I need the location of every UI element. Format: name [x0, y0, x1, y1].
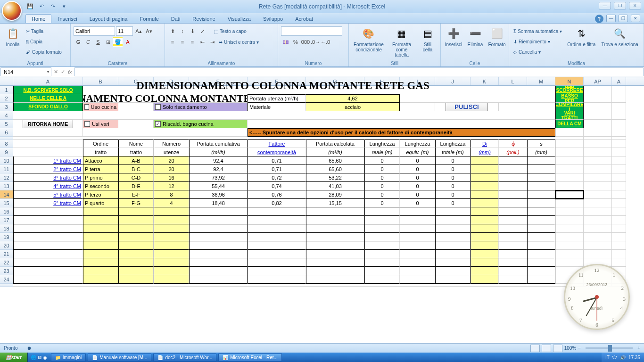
- quicklaunch-desktop-icon[interactable]: 🖥: [37, 355, 42, 360]
- spreadsheet-grid[interactable]: ABCDEFGHIJKLMNAPA 1N.B. SCRIVERE SOLON.B…: [0, 77, 644, 343]
- view-normal-button[interactable]: [530, 345, 540, 352]
- row-header[interactable]: 18: [0, 224, 13, 233]
- shrink-font-icon[interactable]: A▾: [144, 26, 154, 36]
- delete-cells-button[interactable]: ➖Elimina: [465, 25, 485, 48]
- link-tratto[interactable]: 3° tratto CM: [13, 173, 83, 182]
- view-pagebreak-button[interactable]: [553, 345, 562, 352]
- cut-button[interactable]: ✂ Taglia: [25, 26, 63, 36]
- cell-styles-button[interactable]: ▤Stili cella: [418, 25, 438, 53]
- font-color-button[interactable]: A: [123, 37, 132, 47]
- office-button[interactable]: [2, 1, 22, 21]
- autosum-button[interactable]: Σ Somma automatica ▾: [512, 26, 563, 36]
- align-middle-icon[interactable]: ↕: [178, 26, 187, 36]
- redo-icon[interactable]: ↷: [48, 2, 58, 11]
- find-select-button[interactable]: 🔍Trova e seleziona: [599, 25, 640, 48]
- taskbar-item-excel[interactable]: 📊 Microsoft Excel - Ret...: [218, 354, 282, 362]
- ribbon-close-button[interactable]: ✕: [631, 15, 640, 22]
- underline-button[interactable]: S: [93, 37, 103, 47]
- sort-filter-button[interactable]: ⇅Ordina e filtra: [565, 25, 597, 48]
- col-header-K[interactable]: K: [471, 77, 499, 85]
- tab-formule[interactable]: Formule: [134, 15, 164, 23]
- view-layout-button[interactable]: [542, 345, 551, 352]
- col-header-A[interactable]: A: [612, 77, 626, 85]
- row-header[interactable]: 3: [0, 103, 13, 111]
- fill-color-button[interactable]: 🪣: [113, 37, 123, 47]
- row-header[interactable]: 24: [0, 275, 13, 284]
- border-button[interactable]: ⊞: [103, 37, 113, 47]
- row-header[interactable]: 17: [0, 216, 13, 224]
- ribbon-restore-button[interactable]: ❐: [619, 15, 628, 22]
- row-header[interactable]: 22: [0, 258, 13, 267]
- name-box[interactable]: N14: [0, 67, 51, 76]
- minimize-button[interactable]: —: [599, 2, 611, 9]
- close-button[interactable]: ✕: [629, 2, 641, 9]
- col-header-M[interactable]: M: [527, 77, 555, 85]
- percent-icon[interactable]: %: [291, 37, 300, 47]
- col-header-AP[interactable]: AP: [584, 77, 612, 85]
- fill-button[interactable]: ⬇ Riempimento ▾: [512, 37, 563, 46]
- row-header[interactable]: 10: [0, 156, 13, 165]
- row-header[interactable]: 6: [0, 128, 13, 137]
- indent-inc-icon[interactable]: ⇥: [207, 37, 217, 47]
- number-format-select[interactable]: [281, 26, 342, 36]
- format-table-button[interactable]: ▦Formatta come tabella: [388, 25, 416, 58]
- ribbon-minimize-button[interactable]: —: [606, 15, 616, 22]
- comma-icon[interactable]: 000: [301, 37, 310, 47]
- col-header-B[interactable]: B: [83, 77, 118, 85]
- format-painter-button[interactable]: 🖌 Copia formato: [25, 47, 63, 57]
- col-header-D[interactable]: D: [154, 77, 189, 85]
- col-header-E[interactable]: E: [189, 77, 248, 85]
- grow-font-icon[interactable]: A▴: [134, 26, 143, 36]
- font-name-select[interactable]: [74, 26, 115, 36]
- insert-cells-button[interactable]: ➕Inserisci: [444, 25, 463, 48]
- macro-record-icon[interactable]: ⏺: [27, 346, 32, 351]
- align-bottom-icon[interactable]: ⬇: [188, 26, 197, 36]
- row-header[interactable]: 1: [0, 86, 13, 94]
- taskbar-item-manuale[interactable]: 📄 Manuale software [M...: [88, 354, 151, 362]
- formula-input[interactable]: [74, 67, 644, 76]
- row-header[interactable]: 12: [0, 173, 13, 182]
- materiale-value[interactable]: acciaio: [306, 103, 400, 111]
- col-header-I[interactable]: I: [400, 77, 435, 85]
- zoom-slider[interactable]: [586, 347, 633, 349]
- qat-dropdown-icon[interactable]: ▾: [59, 2, 69, 11]
- wrap-text-button[interactable]: ⬚ Testo a capo: [213, 26, 248, 36]
- row-header[interactable]: 11: [0, 165, 13, 173]
- row-header[interactable]: 23: [0, 267, 13, 275]
- merge-center-button[interactable]: ⬌ Unisci e centra ▾: [217, 37, 260, 47]
- link-tratto[interactable]: 1° tratto CM: [13, 156, 83, 165]
- bold-button[interactable]: G: [74, 37, 83, 47]
- tab-dati[interactable]: Dati: [165, 15, 186, 23]
- save-icon[interactable]: 💾: [25, 2, 35, 11]
- fx-icon[interactable]: fx: [68, 69, 72, 75]
- row-header[interactable]: 20: [0, 241, 13, 250]
- row-header[interactable]: 4: [0, 111, 13, 120]
- quicklaunch-ie-icon[interactable]: 🌐: [31, 355, 36, 360]
- col-header-J[interactable]: J: [435, 77, 471, 85]
- row-header[interactable]: 14: [0, 190, 13, 199]
- undo-icon[interactable]: ↶: [37, 2, 46, 11]
- align-left-icon[interactable]: ≡: [168, 37, 177, 47]
- tray-icon2[interactable]: 🔊: [620, 355, 626, 360]
- indent-dec-icon[interactable]: ⇤: [198, 37, 207, 47]
- tab-visualizza[interactable]: Visualizza: [222, 15, 256, 23]
- zoom-out-button[interactable]: −: [578, 346, 581, 351]
- link-tratto[interactable]: 6° tratto CM: [13, 199, 83, 207]
- help-icon[interactable]: ?: [595, 15, 603, 23]
- cancel-fx-icon[interactable]: ✕: [54, 69, 58, 75]
- align-top-icon[interactable]: ⬆: [168, 26, 177, 36]
- checkbox-risc-bagno[interactable]: ✓Riscald. bagno cucina: [154, 120, 248, 128]
- portata-value[interactable]: 4,62: [306, 94, 400, 103]
- link-tratto[interactable]: 2° tratto CM: [13, 165, 83, 173]
- checkbox-usi-vari[interactable]: Usi vari: [83, 120, 118, 128]
- clock-gadget[interactable]: 12 11 1 10 2 9 3 8 4 7 5 6 23/09/2013 lu…: [564, 264, 630, 330]
- format-cells-button[interactable]: ⬜Formato: [487, 25, 507, 48]
- row-header[interactable]: 19: [0, 233, 13, 241]
- taskbar-item-doc2[interactable]: 📄 doc2 - Microsoft Wor...: [153, 354, 216, 362]
- col-header-L[interactable]: L: [499, 77, 527, 85]
- active-cell[interactable]: [555, 190, 584, 199]
- row-header[interactable]: 5: [0, 120, 13, 128]
- row-header[interactable]: 13: [0, 182, 13, 190]
- tab-revisione[interactable]: Revisione: [187, 15, 221, 23]
- pulisci-button[interactable]: PULISCI: [435, 103, 499, 111]
